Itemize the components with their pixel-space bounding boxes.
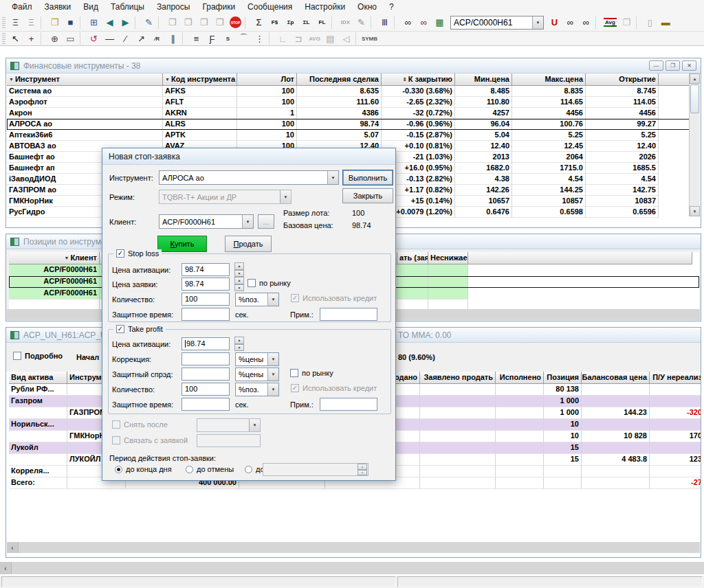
table-cell[interactable]: -0.15 (2.87%): [382, 130, 455, 141]
ruler-icon[interactable]: ▭: [63, 32, 78, 45]
sl-quantity-unit-combobox[interactable]: %поз.: [235, 293, 279, 306]
table-cell[interactable]: -27: [650, 477, 701, 489]
time-zones-icon[interactable]: ⋮: [252, 32, 267, 45]
link-order-checkbox[interactable]: Связать с заявкой: [112, 436, 188, 444]
table-cell[interactable]: [420, 419, 496, 431]
find-in-table-icon[interactable]: ∞: [416, 16, 432, 30]
table-cell[interactable]: 142.75: [586, 185, 659, 196]
table-cell[interactable]: Газпром: [9, 396, 67, 407]
table-cell[interactable]: [9, 454, 67, 466]
table-cell[interactable]: 1 000: [544, 396, 582, 407]
axis-scale-icon[interactable]: ∟: [275, 32, 291, 45]
column-header[interactable]: Лот: [237, 74, 297, 86]
back-icon[interactable]: ◀: [102, 16, 118, 30]
table-cell[interactable]: 5.25: [586, 130, 659, 141]
table-cell[interactable]: [428, 264, 468, 276]
table-cell[interactable]: 96.04: [455, 119, 512, 130]
table-cell[interactable]: [420, 466, 496, 477]
table-cell[interactable]: 2013: [455, 152, 512, 163]
table-cell[interactable]: AFLT: [163, 97, 237, 108]
horizontal-scrollbar[interactable]: ‹: [7, 542, 700, 553]
sum-l-icon[interactable]: ΣL: [298, 16, 314, 30]
menu-item-orders[interactable]: Заявки: [38, 1, 78, 13]
chevron-down-icon[interactable]: [267, 293, 278, 306]
detail-checkbox[interactable]: Подробно: [13, 352, 63, 360]
paste-row-icon[interactable]: ❐: [212, 16, 228, 30]
table-cell[interactable]: Лукойл: [9, 442, 67, 454]
u-icon[interactable]: U: [547, 16, 562, 30]
take-profit-checkbox[interactable]: Take profit: [113, 325, 166, 333]
table-cell[interactable]: 0.6598: [512, 207, 586, 218]
table-cell[interactable]: 5.04: [455, 130, 512, 141]
clients-icon[interactable]: ▦: [432, 16, 448, 30]
table-cell[interactable]: 0.6476: [455, 207, 512, 218]
table-cell[interactable]: 100.76: [512, 119, 586, 130]
table-cell[interactable]: АЛРОСА ао: [7, 119, 163, 130]
column-header[interactable]: П/У нереализ: [650, 372, 701, 384]
parallel-lines-icon[interactable]: ∥: [165, 32, 181, 45]
table-cell[interactable]: 144.23: [582, 407, 650, 419]
table-cell[interactable]: [659, 152, 690, 163]
period-until-date-radio[interactable]: до: [245, 465, 265, 473]
table-cell[interactable]: -320: [650, 407, 701, 419]
tp-by-market-checkbox[interactable]: по рынку: [290, 369, 333, 377]
table-cell[interactable]: 8.835: [512, 86, 586, 97]
table-cell[interactable]: [659, 174, 690, 185]
table-cell[interactable]: [582, 442, 650, 454]
table-cell[interactable]: 12.45: [512, 141, 586, 152]
table-cell[interactable]: [659, 97, 690, 108]
table-cell[interactable]: [496, 431, 544, 442]
tp-spread-input[interactable]: [182, 368, 230, 381]
column-header[interactable]: Позиция: [544, 372, 582, 384]
table-cell[interactable]: 4386: [297, 108, 382, 119]
table-cell[interactable]: 4.54: [512, 174, 586, 185]
zoom-icon[interactable]: ⊕: [47, 32, 63, 45]
table-row[interactable]: АкронAKRN14386-32 (0.72%)425744564456: [7, 108, 690, 119]
table-cell[interactable]: 4.38: [455, 174, 512, 185]
column-header[interactable]: Заявлено продать: [420, 372, 496, 384]
table-cell[interactable]: -0.96 (0.96%): [382, 119, 455, 130]
scroll-up-icon[interactable]: ▲: [690, 74, 700, 84]
shift-chart-icon[interactable]: ⊐: [291, 32, 307, 45]
sl-note-input[interactable]: [320, 308, 377, 321]
grid-icon[interactable]: ▤: [322, 32, 338, 45]
table-cell[interactable]: [468, 276, 692, 288]
menu-item-tables[interactable]: Таблицы: [104, 1, 151, 13]
table-cell[interactable]: [582, 466, 650, 477]
open-folder-icon[interactable]: ❐: [47, 16, 63, 30]
table-cell[interactable]: Всего:: [9, 477, 67, 489]
table-cell[interactable]: [544, 466, 582, 477]
tp-spread-unit-combobox[interactable]: %цены: [235, 368, 279, 381]
table-cell[interactable]: 2064: [512, 152, 586, 163]
angle-icon[interactable]: ◁: [338, 32, 354, 45]
table-cell[interactable]: Система ао: [7, 86, 163, 97]
table-cell[interactable]: [420, 454, 496, 466]
table-cell[interactable]: -2.65 (2.32%): [382, 97, 455, 108]
menu-item-file[interactable]: Файл: [6, 1, 38, 13]
chevron-down-icon[interactable]: [242, 215, 253, 228]
column-header[interactable]: Открытие: [586, 74, 659, 86]
horizontal-line-icon[interactable]: —: [102, 32, 118, 45]
table-cell[interactable]: Аптеки36и6: [7, 130, 163, 141]
tp-use-credit-checkbox[interactable]: Использовать кредит: [291, 384, 377, 392]
table-cell[interactable]: [659, 196, 690, 207]
table-cell[interactable]: 99.27: [586, 119, 659, 130]
column-header[interactable]: ▼Клиент: [9, 252, 100, 264]
table-cell[interactable]: 5.25: [512, 130, 586, 141]
table-cell[interactable]: 1682.0: [455, 163, 512, 174]
toolbar-grip[interactable]: [2, 17, 6, 28]
table-cell[interactable]: 1685.5: [586, 163, 659, 174]
tp-activation-spinner[interactable]: [234, 337, 244, 351]
paste-table-icon[interactable]: ❐: [196, 16, 212, 30]
table-cell[interactable]: 2026: [586, 152, 659, 163]
period-end-of-day-radio[interactable]: до конца дня: [115, 465, 172, 473]
table-cell[interactable]: [659, 130, 690, 141]
find-client-trades-icon[interactable]: ∞: [578, 16, 594, 30]
table-row[interactable]: АЛРОСА аоALRS10098.74-0.96 (0.96%)96.041…: [7, 119, 690, 130]
stop-orders-icon[interactable]: STOP: [230, 16, 241, 28]
sl-activation-input[interactable]: 98.74: [182, 263, 230, 276]
new-table-icon[interactable]: ⊞: [86, 16, 102, 30]
table-cell[interactable]: AFKS: [163, 86, 237, 97]
table-cell[interactable]: 114.05: [586, 97, 659, 108]
remove-after-checkbox[interactable]: Снять после: [112, 420, 168, 429]
